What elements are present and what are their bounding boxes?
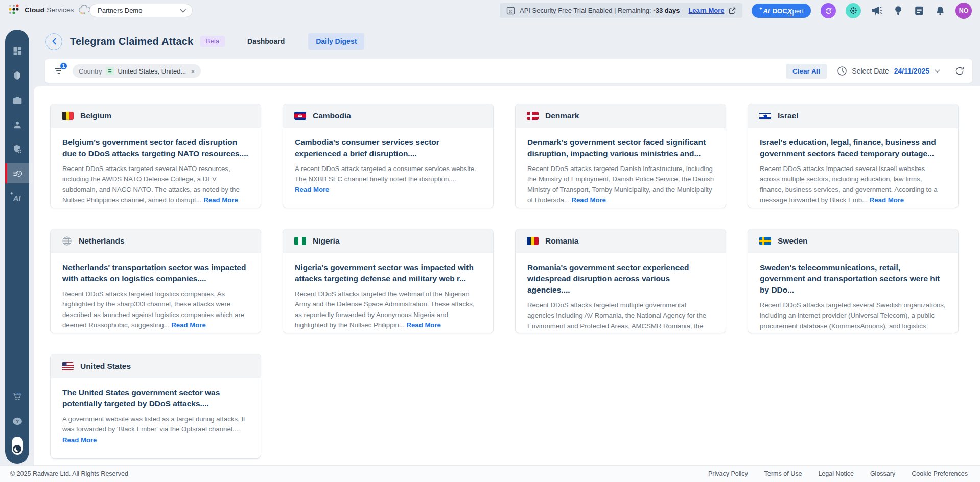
footer-link-privacy-policy[interactable]: Privacy Policy: [708, 470, 748, 477]
card-summary: Recent DDoS attacks targeted multiple go…: [527, 300, 714, 333]
svg-text:30: 30: [509, 10, 513, 13]
sidebar-top-group: ✦AI: [5, 41, 29, 208]
insights-lightbulb-icon[interactable]: [893, 5, 904, 17]
read-more-link[interactable]: Read More: [62, 436, 97, 444]
sidebar: ✦AI ?: [5, 30, 29, 464]
filter-right: Clear All Select Date 24/11/2025: [786, 64, 965, 79]
external-link-icon[interactable]: [729, 7, 736, 14]
card-country-name: Nigeria: [313, 236, 340, 246]
card-title: Denmark's government sector faced signif…: [527, 137, 714, 159]
country-card-nigeria: Nigeria Nigeria's government sector was …: [283, 229, 494, 333]
dark-mode-toggle[interactable]: [12, 437, 23, 455]
read-more-link[interactable]: Read More: [643, 332, 678, 333]
docx-color-dots: [788, 15, 794, 16]
tab-dashboard[interactable]: Dashboard: [246, 33, 286, 50]
account-selector-value: Partners Demo: [98, 7, 142, 14]
card-country-name: Israel: [778, 111, 799, 120]
sidebar-item-add-protection[interactable]: [5, 139, 29, 159]
card-summary: Recent DDoS attacks targeted logistics c…: [62, 289, 249, 331]
release-notes-icon[interactable]: [914, 5, 925, 16]
ai-icon: ✦AI: [13, 194, 21, 202]
sidebar-item-telegram-claimed-attack[interactable]: [5, 163, 29, 183]
card-title: The United States government sector was …: [62, 387, 249, 409]
card-country-name: Romania: [545, 236, 578, 246]
card-summary: Recent DDoS attacks impacted several Isr…: [760, 164, 946, 206]
header-actions: ✦AIDOCXpert: [752, 3, 972, 19]
refresh-icon[interactable]: [954, 66, 965, 76]
radware-logo-icon: [8, 4, 20, 16]
notifications-bell-icon[interactable]: [935, 5, 946, 17]
country-filter-chip[interactable]: Country = United States, United... ×: [73, 64, 201, 78]
ai-brain-button[interactable]: [821, 3, 836, 18]
remove-filter-icon[interactable]: ×: [190, 67, 196, 75]
sidebar-item-help[interactable]: ?: [5, 411, 29, 431]
sidebar-item-business[interactable]: [5, 90, 29, 110]
shield-plus-icon: [12, 144, 22, 154]
country-card-cambodia: Cambodia Cambodia's consumer services se…: [283, 104, 494, 208]
card-country-name: United States: [80, 362, 131, 371]
sidebar-item-users[interactable]: [5, 114, 29, 134]
user-avatar[interactable]: NO: [955, 3, 972, 19]
sidebar-item-ai[interactable]: ✦AI: [5, 188, 29, 208]
read-more-link[interactable]: Read More: [858, 332, 893, 333]
read-more-link[interactable]: Read More: [406, 321, 440, 329]
sparkle-icon: ✦: [759, 6, 763, 11]
announcements-icon[interactable]: [871, 5, 883, 17]
filter-left: 1 Country = United States, United... ×: [53, 64, 201, 78]
back-button[interactable]: [45, 33, 62, 50]
footer-link-cookie-preferences[interactable]: Cookie Preferences: [912, 470, 968, 477]
footer-link-legal-notice[interactable]: Legal Notice: [818, 470, 854, 477]
card-summary: Recent DDoS attacks targeted Danish infr…: [527, 164, 714, 206]
footer-links: Privacy Policy Terms of Use Legal Notice…: [708, 470, 968, 477]
footer-link-terms-of-use[interactable]: Terms of Use: [764, 470, 802, 477]
clock-icon[interactable]: [837, 66, 847, 76]
nigeria-flag-icon: [294, 237, 306, 245]
page-footer: © 2025 Radware Ltd. All Rights Reserved …: [0, 465, 980, 482]
trial-banner-text: API Security Free Trial Enabled | Remain…: [520, 7, 680, 14]
denmark-flag-icon: [527, 112, 539, 120]
sidebar-item-dashboard[interactable]: [5, 41, 29, 61]
country-card-netherlands: Netherlands Netherlands' transportation …: [50, 229, 261, 333]
card-country-name: Denmark: [545, 111, 579, 120]
country-card-belgium: Belgium Belgium's government sector face…: [50, 104, 261, 208]
footer-link-glossary[interactable]: Glossary: [870, 470, 895, 477]
read-more-link[interactable]: Read More: [171, 321, 205, 329]
country-card-sweden: Sweden Sweden's telecommunications, reta…: [748, 229, 959, 333]
page-header: Telegram Claimed Attack Beta Dashboard D…: [45, 32, 364, 51]
sidebar-item-theme[interactable]: [5, 436, 29, 455]
brain-icon: [13, 168, 24, 179]
learn-more-link[interactable]: Learn More: [688, 7, 724, 14]
calendar-icon: 30: [506, 6, 515, 15]
sidebar-bottom-group: ?: [5, 387, 29, 455]
read-more-link[interactable]: Read More: [203, 196, 238, 204]
tab-daily-digest[interactable]: Daily Digest: [308, 33, 364, 50]
chevron-down-icon[interactable]: [935, 69, 940, 73]
apps-button[interactable]: [846, 3, 861, 18]
main-panel: Belgium Belgium's government sector face…: [34, 86, 980, 465]
card-country-name: Belgium: [80, 111, 111, 120]
card-summary: A recent DDoS attack targeted a consumer…: [295, 164, 481, 195]
date-value[interactable]: 24/11/2025: [894, 67, 929, 75]
globe-icon: [62, 236, 72, 246]
daily-digest-cards-grid: Belgium Belgium's government sector face…: [34, 86, 980, 459]
read-more-link[interactable]: Read More: [295, 186, 329, 194]
card-title: Belgium's government sector faced disrup…: [62, 137, 249, 159]
cambodia-flag-icon: [294, 112, 306, 120]
filter-funnel-icon[interactable]: 1: [53, 65, 64, 77]
chip-operator: =: [106, 67, 114, 75]
sidebar-item-marketplace[interactable]: [5, 387, 29, 406]
israel-flag-icon: [759, 112, 771, 120]
card-summary: Recent DDoS attacks targeted several Swe…: [760, 300, 946, 333]
read-more-link[interactable]: Read More: [572, 196, 606, 204]
briefcase-icon: [12, 95, 22, 105]
sidebar-item-protection[interactable]: [5, 65, 29, 85]
card-country-name: Sweden: [778, 236, 808, 246]
filter-count-badge: 1: [60, 62, 67, 70]
account-selector[interactable]: Partners Demo: [89, 4, 193, 17]
copyright-text: © 2025 Radware Ltd. All Rights Reserved: [10, 470, 128, 477]
read-more-link[interactable]: Read More: [870, 196, 904, 204]
clear-all-button[interactable]: Clear All: [786, 64, 827, 79]
ai-docxpert-button[interactable]: ✦AIDOCXpert: [752, 4, 811, 18]
card-title: Israel's education, legal, finance, busi…: [760, 137, 946, 159]
top-header: Cloud Services Partners Demo 30 API Secu…: [0, 0, 980, 21]
